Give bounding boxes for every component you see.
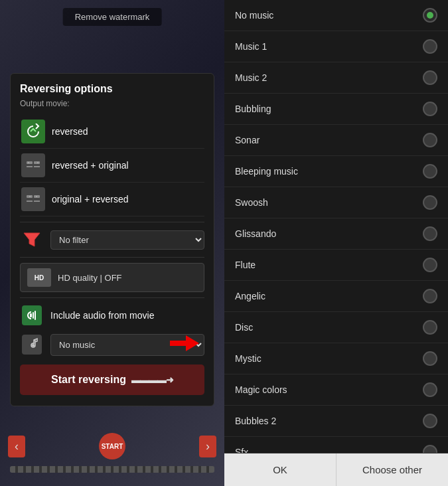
start-reversing-button[interactable]: Start reversing ▬▬▬▬➜: [20, 364, 204, 395]
dialog-subtitle: Output movie:: [20, 99, 204, 108]
music-item-label: Magic colors: [235, 384, 287, 395]
music-list-item[interactable]: Mystic: [224, 343, 448, 374]
next-button[interactable]: ›: [199, 436, 216, 457]
filter-select[interactable]: No filter Filter 1 Filter 2: [50, 230, 204, 250]
radio-circle: [423, 70, 437, 85]
option-reversed-original[interactable]: reversed + original: [20, 149, 204, 183]
music-icon: [20, 333, 44, 357]
original-reversed-icon: [21, 187, 45, 211]
option-orig-rev-label: original + reversed: [52, 194, 129, 204]
radio-circle: [423, 289, 437, 303]
music-list-item[interactable]: Glissando: [224, 218, 448, 250]
red-arrow-indicator: [170, 334, 199, 355]
left-panel: Remove watermark Reversing options Outpu…: [0, 0, 224, 486]
reversed-original-icon: [21, 153, 45, 177]
radio-circle: [423, 258, 437, 272]
radio-circle: [423, 39, 437, 54]
radio-circle: [423, 133, 437, 147]
start-label: Start reversing: [51, 374, 126, 386]
music-item-label: Glissando: [235, 228, 276, 239]
right-panel: No musicMusic 1Music 2BubblingSonarBleep…: [224, 0, 448, 486]
hd-label: HD quality | OFF: [58, 273, 122, 283]
divider-1: [20, 222, 204, 222]
filter-icon: [20, 228, 44, 252]
music-item-label: Mystic: [235, 353, 261, 364]
music-list-item[interactable]: Sonar: [224, 125, 448, 156]
hd-icon: HD: [27, 268, 51, 287]
svg-marker-9: [170, 335, 199, 351]
option-original-reversed[interactable]: original + reversed: [20, 183, 204, 216]
progress-bar: [10, 466, 214, 473]
option-reversed[interactable]: reversed: [20, 115, 204, 149]
music-list-item[interactable]: Flute: [224, 250, 448, 281]
music-item-label: Bubbling: [235, 104, 271, 114]
audio-label: Include audio from movie: [50, 310, 154, 321]
svg-rect-6: [30, 313, 32, 317]
music-item-label: Swoosh: [235, 197, 268, 208]
option-rev-orig-label: reversed + original: [52, 160, 129, 171]
radio-circle: [423, 445, 437, 453]
radio-dot: [427, 12, 433, 19]
music-item-label: Flute: [235, 260, 256, 270]
music-dialog-footer: OK Choose other: [224, 453, 448, 486]
svg-point-8: [32, 344, 35, 347]
music-item-label: Sonar: [235, 135, 260, 145]
watermark-button[interactable]: Remove watermark: [63, 8, 162, 26]
radio-circle: [423, 8, 437, 23]
music-item-label: Angelic: [235, 291, 265, 301]
radio-circle: [423, 102, 437, 116]
svg-rect-7: [22, 335, 42, 355]
divider-3: [20, 297, 204, 298]
audio-row[interactable]: Include audio from movie: [20, 303, 204, 327]
prev-button[interactable]: ‹: [8, 436, 25, 457]
music-item-label: Bleeping music: [235, 166, 298, 177]
start-arrow-icon: ▬▬▬▬➜: [131, 374, 173, 385]
radio-circle: [423, 164, 437, 179]
music-list-item[interactable]: Music 2: [224, 62, 448, 94]
music-list-item[interactable]: Swoosh: [224, 187, 448, 218]
music-list-item[interactable]: Sfx: [224, 437, 448, 453]
svg-rect-1: [34, 161, 40, 164]
music-list-item[interactable]: Bubbling: [224, 94, 448, 125]
music-list-item[interactable]: Disc: [224, 312, 448, 343]
radio-circle: [423, 414, 437, 428]
ok-button[interactable]: OK: [224, 453, 336, 486]
radio-circle: [423, 351, 437, 366]
music-list-item[interactable]: No music: [224, 0, 448, 31]
music-item-label: Bubbles 2: [235, 416, 276, 426]
bottom-bar: ‹ START ›: [0, 433, 224, 459]
watermark-label: Remove watermark: [75, 12, 150, 22]
music-item-label: No music: [235, 10, 273, 21]
music-list-item[interactable]: Bubbles 2: [224, 406, 448, 437]
music-item-label: Sfx: [235, 447, 248, 453]
music-row: No music Music 1 Music 2: [20, 333, 204, 357]
music-list-item[interactable]: Angelic: [224, 281, 448, 312]
audio-icon: [20, 303, 44, 327]
radio-circle: [423, 226, 437, 241]
music-item-label: Disc: [235, 322, 253, 333]
filter-row: No filter Filter 1 Filter 2: [20, 228, 204, 252]
svg-marker-4: [24, 233, 40, 246]
music-list-item[interactable]: Magic colors: [224, 374, 448, 406]
hd-row[interactable]: HD HD quality | OFF: [20, 263, 204, 292]
music-list-item[interactable]: Bleeping music: [224, 156, 448, 187]
radio-circle: [423, 320, 437, 335]
music-item-label: Music 1: [235, 41, 267, 52]
option-reversed-label: reversed: [52, 126, 88, 137]
dialog-title: Reversing options: [20, 83, 204, 95]
svg-rect-0: [27, 161, 33, 164]
start-circle[interactable]: START: [99, 433, 125, 459]
music-list-item[interactable]: Music 1: [224, 31, 448, 62]
music-item-label: Music 2: [235, 72, 267, 83]
music-list: No musicMusic 1Music 2BubblingSonarBleep…: [224, 0, 448, 453]
choose-other-button[interactable]: Choose other: [336, 453, 448, 486]
radio-circle: [423, 195, 437, 210]
radio-circle: [423, 382, 437, 397]
reversing-options-dialog: Reversing options Output movie: reversed: [10, 73, 214, 406]
reversed-icon: [21, 120, 45, 143]
divider-2: [20, 257, 204, 258]
